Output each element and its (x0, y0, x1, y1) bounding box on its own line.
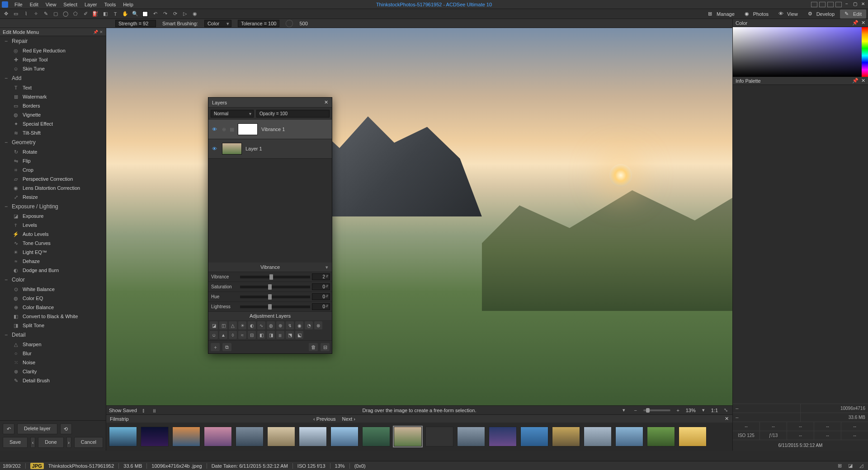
group-exposure-lighting[interactable]: Exposure / Lighting (0, 202, 106, 212)
delete-layer-button[interactable]: Delete layer (17, 423, 57, 434)
thumbnail[interactable] (552, 427, 580, 446)
zoom-out-icon[interactable]: − (632, 406, 640, 414)
pin-icon[interactable]: 📌 (852, 78, 859, 84)
maximize-icon[interactable]: ▢ (852, 2, 858, 7)
group-repair[interactable]: Repair (0, 36, 106, 46)
history-icon[interactable]: ⟳ (171, 10, 179, 18)
undo-icon[interactable]: ↶ (151, 10, 159, 18)
thumbnail[interactable] (425, 427, 453, 446)
adjustment-icon[interactable]: ⬔ (286, 331, 294, 339)
strength-field[interactable]: Strength = 92 (115, 20, 156, 27)
tool-tone-curves[interactable]: ∿Tone Curves (0, 239, 106, 248)
show-saved-toggle[interactable]: Show Saved (109, 408, 137, 413)
adjustment-icon[interactable]: ◉ (295, 321, 303, 329)
link-icon[interactable]: ⊕ (222, 127, 226, 132)
tool-levels[interactable]: ⫯Levels (0, 221, 106, 230)
thumbnail[interactable] (647, 427, 675, 446)
done-button[interactable]: Done (38, 437, 63, 448)
thumbnail[interactable] (141, 427, 169, 446)
adjustment-icon[interactable]: ⫼ (276, 331, 284, 339)
tool-dodge-and-burn[interactable]: ◐Dodge and Burn (0, 266, 106, 275)
pin-icon[interactable]: 📌 (852, 20, 859, 26)
menu-tools[interactable]: Tools (100, 1, 119, 8)
adjustment-icon[interactable]: ⊟ (248, 331, 256, 339)
thumbnail[interactable] (520, 427, 548, 446)
thumbnail[interactable] (330, 427, 359, 446)
visibility-icon[interactable]: 👁 (212, 146, 218, 151)
tool-borders[interactable]: ▭Borders (0, 101, 106, 110)
tool-color-eq[interactable]: ◍Color EQ (0, 294, 106, 303)
tool-white-balance[interactable]: ⊙White Balance (0, 285, 106, 294)
hue-bar[interactable] (862, 27, 868, 77)
tool-light-eq-[interactable]: ☀Light EQ™ (0, 248, 106, 257)
mode-view[interactable]: 👁View (774, 9, 802, 19)
tool-rotate[interactable]: ↻Rotate (0, 147, 106, 156)
brush-tool-icon[interactable]: ✎ (42, 10, 50, 18)
layout1-icon[interactable] (811, 2, 817, 7)
move-tool-icon[interactable]: ✥ (2, 10, 10, 18)
adjustment-icon[interactable]: ◨ (267, 331, 275, 339)
pin-icon[interactable]: 📌 ✕ (93, 30, 103, 34)
thumbnail[interactable] (457, 427, 485, 446)
slider-track[interactable] (240, 286, 310, 288)
tool-text[interactable]: TText (0, 83, 106, 92)
adjustment-icon[interactable]: ◍ (267, 321, 275, 329)
slider-track[interactable] (240, 276, 310, 278)
thumbnail[interactable] (489, 427, 517, 446)
status-resize-icon[interactable]: ◿ (857, 462, 865, 470)
close-icon[interactable]: ✕ (860, 2, 866, 7)
close-icon[interactable]: ✕ (861, 78, 865, 84)
tolerance-field[interactable]: Tolerance = 100 (238, 20, 280, 27)
thumbnail[interactable] (394, 427, 422, 446)
color-picker[interactable] (733, 27, 868, 77)
tool-resize[interactable]: ⤢Resize (0, 193, 106, 202)
adjustment-icon[interactable]: ◫ (219, 321, 227, 329)
visibility-icon[interactable]: 👁 (212, 127, 218, 132)
tool-watermark[interactable]: ⊞Watermark (0, 92, 106, 101)
zoom-tool-icon[interactable]: 🔍 (131, 10, 139, 18)
tool-sharpen[interactable]: △Sharpen (0, 340, 106, 349)
layer-row[interactable]: 👁Layer 1 (208, 139, 332, 159)
group-detail[interactable]: Detail (0, 330, 106, 340)
thumbnail[interactable] (172, 427, 200, 446)
filmstrip-next[interactable]: Next › (342, 416, 355, 422)
lasso-tool-icon[interactable]: ⌇ (22, 10, 30, 18)
adjustment-icon[interactable]: ≈ (238, 331, 246, 339)
layer-row[interactable]: 👁⊕▦Vibrance 1 (208, 120, 332, 139)
mask-icon[interactable]: ▦ (230, 127, 234, 132)
layers-close-icon[interactable]: ✕ (324, 99, 328, 105)
selection-tool-icon[interactable]: ▭ (12, 10, 20, 18)
thumbnail[interactable] (362, 427, 390, 446)
adjustment-icon[interactable]: ⊕ (276, 321, 284, 329)
mode-photos[interactable]: ◉Photos (740, 9, 773, 19)
add-layer-icon[interactable]: ＋ (211, 343, 220, 351)
status-icon2[interactable]: ◪ (846, 462, 854, 470)
adjustment-icon[interactable]: ◊ (229, 331, 237, 339)
smart-brush-select[interactable]: Color (204, 20, 231, 27)
layers-header[interactable]: Layers ✕ (208, 98, 332, 108)
tool-blur[interactable]: ○Blur (0, 349, 106, 358)
histogram-toggle-icon[interactable]: ⫼ (151, 406, 159, 414)
tool-exposure[interactable]: ◪Exposure (0, 212, 106, 221)
marquee-rect-icon[interactable]: ▢ (52, 10, 60, 18)
zoom-in-icon[interactable]: + (674, 406, 682, 414)
next-button[interactable]: › (66, 437, 71, 448)
eyedrop-tool-icon[interactable]: ✐ (81, 10, 90, 18)
hand-tool-icon[interactable]: ✋ (121, 10, 129, 18)
slider-value[interactable]: 0 (312, 293, 330, 300)
slider-value[interactable]: 2 (312, 273, 330, 280)
zoom-slider[interactable] (643, 409, 670, 411)
minimize-icon[interactable]: − (844, 2, 850, 7)
filmstrip[interactable] (106, 423, 732, 451)
tool-clarity[interactable]: ⊗Clarity (0, 367, 106, 376)
record-icon[interactable]: ◉ (191, 10, 199, 18)
reset-icon[interactable]: ⟲ (60, 423, 72, 434)
adjustment-icon[interactable]: ⊗ (314, 321, 322, 329)
filmstrip-close-icon[interactable]: ✕ (725, 416, 729, 422)
trash-layer-icon[interactable]: 🗑 (309, 343, 318, 351)
duplicate-layer-icon[interactable]: ⧉ (222, 343, 231, 351)
tool-dehaze[interactable]: ≈Dehaze (0, 257, 106, 266)
tool-vignette[interactable]: ◍Vignette (0, 110, 106, 119)
swatch-icon[interactable] (141, 10, 149, 18)
close-icon[interactable]: ✕ (861, 20, 865, 26)
